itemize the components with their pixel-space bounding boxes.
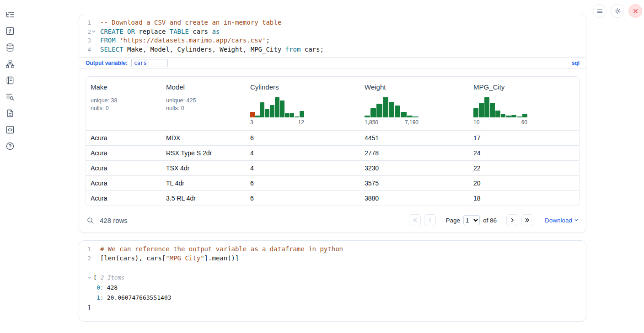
fold-gutter-spacer bbox=[91, 18, 97, 27]
line-number: 3 bbox=[83, 36, 91, 45]
fold-gutter-spacer bbox=[91, 36, 97, 45]
histogram-bar bbox=[413, 116, 419, 117]
column-header-mpg-city[interactable]: MPG_City 10 60 bbox=[469, 77, 580, 131]
table-cell: 3230 bbox=[360, 161, 469, 176]
column-header-cylinders[interactable]: Cylinders 3 12 bbox=[246, 77, 360, 131]
document-icon[interactable] bbox=[5, 108, 15, 118]
settings-button[interactable] bbox=[611, 4, 624, 18]
language-badge[interactable]: sql bbox=[572, 60, 580, 66]
page-label: Page bbox=[445, 217, 460, 224]
histogram-bar bbox=[501, 114, 506, 117]
first-page-button[interactable] bbox=[409, 214, 421, 226]
code-text[interactable]: [len(cars), cars["MPG_City"].mean()] bbox=[100, 254, 239, 263]
table-row[interactable]: AcuraMDX6445117 bbox=[86, 131, 580, 146]
fold-chevron-icon[interactable] bbox=[91, 27, 97, 37]
table-cell: Acura bbox=[86, 191, 161, 206]
table-cell: 22 bbox=[469, 161, 580, 176]
histogram-bar bbox=[401, 112, 406, 117]
histogram-bar bbox=[395, 106, 400, 117]
notebook-icon[interactable] bbox=[5, 75, 15, 85]
line-number: 4 bbox=[83, 45, 91, 54]
table-cell: 6 bbox=[246, 131, 360, 146]
file-tree-icon[interactable] bbox=[5, 10, 15, 20]
histogram-bar bbox=[517, 116, 522, 117]
function-icon[interactable] bbox=[5, 26, 15, 36]
download-button[interactable]: Download bbox=[545, 217, 579, 224]
table-cell: Acura bbox=[86, 161, 161, 176]
cylinders-histogram[interactable] bbox=[250, 96, 304, 117]
table-header-row: Make unique: 38 nulls: 0 Model unique: 4… bbox=[86, 77, 580, 131]
list-item: 1:20.060747663551403 bbox=[87, 293, 577, 303]
table-cell: 3.5 RL 4dr bbox=[161, 191, 246, 206]
histogram-bar bbox=[280, 100, 284, 117]
item-value: 428 bbox=[107, 284, 118, 291]
histogram-bar bbox=[490, 103, 495, 117]
table-row[interactable]: Acura3.5 RL 4dr6388018 bbox=[86, 191, 580, 206]
item-index: 1 bbox=[97, 294, 100, 301]
histogram-bar bbox=[479, 103, 484, 117]
output-variable-input[interactable] bbox=[131, 59, 168, 67]
menu-button[interactable] bbox=[593, 4, 606, 18]
snippets-icon[interactable] bbox=[5, 125, 15, 135]
table-cell: 18 bbox=[469, 191, 580, 206]
database-icon[interactable] bbox=[5, 42, 15, 53]
histogram-bar bbox=[295, 116, 299, 117]
python-cell: 1# We can reference the output variable … bbox=[79, 240, 586, 322]
hist-max-label: 7,190 bbox=[405, 119, 419, 126]
table-cell: Acura bbox=[86, 146, 161, 161]
histogram-bar bbox=[407, 116, 413, 117]
histogram-bar bbox=[285, 113, 290, 117]
table-row[interactable]: AcuraRSX Type S 2dr4277824 bbox=[86, 146, 580, 161]
table-row[interactable]: AcuraTSX 4dr4323022 bbox=[86, 161, 580, 176]
line-number: 2 bbox=[83, 254, 91, 263]
top-right-controls bbox=[593, 4, 642, 18]
fold-gutter-spacer bbox=[91, 45, 97, 54]
help-icon[interactable] bbox=[5, 141, 15, 151]
weight-histogram[interactable] bbox=[365, 96, 419, 117]
close-button[interactable] bbox=[628, 4, 642, 18]
table-row[interactable]: AcuraTL 4dr6357520 bbox=[86, 176, 580, 191]
code-text[interactable]: -- Download a CSV and create an in-memor… bbox=[100, 18, 281, 27]
column-header-model[interactable]: Model unique: 425 nulls: 0 bbox=[161, 77, 246, 131]
prev-page-button[interactable] bbox=[424, 214, 436, 226]
code-text[interactable]: CREATE OR replace TABLE cars as bbox=[100, 27, 220, 37]
python-code-editor[interactable]: 1# We can reference the output variable … bbox=[79, 241, 586, 266]
nulls-stat: nulls: 0 bbox=[91, 105, 157, 112]
table-footer: 428 rows Page 1 of 86 bbox=[79, 209, 586, 233]
sql-cell: 1-- Download a CSV and create an in-memo… bbox=[79, 14, 586, 233]
hist-max-label: 12 bbox=[298, 119, 304, 126]
table-cell: TSX 4dr bbox=[161, 161, 246, 176]
page-select[interactable]: 1 bbox=[463, 215, 480, 225]
table-cell: TL 4dr bbox=[161, 176, 246, 191]
sql-meta-row: Output variable: sql bbox=[79, 57, 586, 69]
histogram-bar bbox=[484, 97, 489, 117]
output-variable-label: Output variable: bbox=[86, 60, 128, 66]
list-item: 0:428 bbox=[87, 283, 577, 293]
column-header-weight[interactable]: Weight 1,850 7,190 bbox=[360, 77, 469, 131]
row-count: 428 rows bbox=[100, 217, 128, 224]
table-cell: 3575 bbox=[360, 176, 469, 191]
code-text[interactable]: SELECT Make, Model, Cylinders, Weight, M… bbox=[100, 45, 324, 54]
logs-search-icon[interactable] bbox=[5, 92, 15, 102]
table-cell: 24 bbox=[469, 146, 580, 161]
column-header-make[interactable]: Make unique: 38 nulls: 0 bbox=[86, 77, 161, 131]
histogram-bar bbox=[300, 111, 304, 117]
next-page-button[interactable] bbox=[506, 214, 518, 226]
search-icon[interactable] bbox=[86, 217, 94, 224]
histogram-bar bbox=[495, 111, 500, 117]
collapse-chevron-icon[interactable] bbox=[87, 275, 93, 280]
last-page-button[interactable] bbox=[521, 214, 533, 226]
unique-stat: unique: 38 bbox=[91, 97, 157, 105]
table-cell: 6 bbox=[246, 191, 360, 206]
histogram-bar bbox=[389, 102, 394, 117]
mpg-city-histogram[interactable] bbox=[473, 96, 527, 117]
fold-gutter-spacer bbox=[91, 245, 97, 254]
code-text[interactable]: # We can reference the output variable a… bbox=[100, 245, 343, 254]
table-cell: 4 bbox=[246, 146, 360, 161]
dependency-graph-icon[interactable] bbox=[5, 59, 15, 69]
nulls-stat: nulls: 0 bbox=[166, 105, 241, 112]
python-output: [ 2 Items 0:428 1:20.060747663551403 ] bbox=[79, 266, 586, 321]
code-text[interactable]: FROM 'https://datasets.marimo.app/cars.c… bbox=[100, 36, 270, 45]
hist-min-label: 1,850 bbox=[365, 119, 378, 126]
sql-code-editor[interactable]: 1-- Download a CSV and create an in-memo… bbox=[79, 14, 586, 57]
